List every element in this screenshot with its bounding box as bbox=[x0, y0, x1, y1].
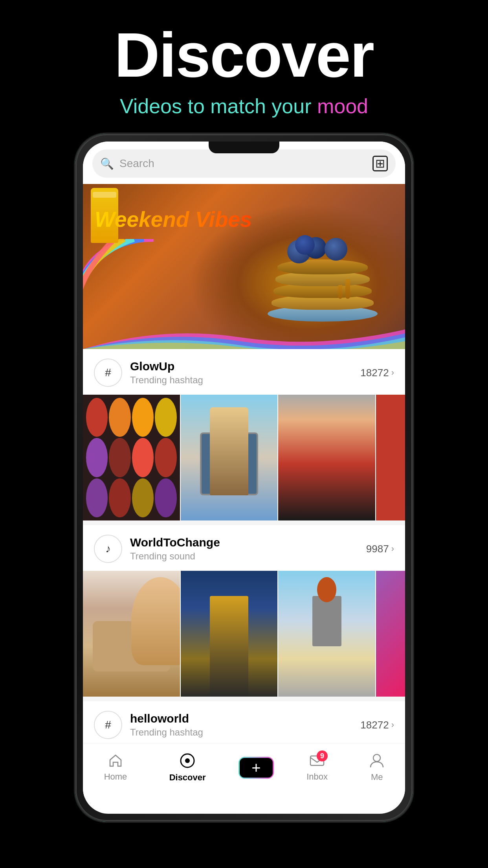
phone-screen: 🔍 Search ⊞ bbox=[83, 142, 405, 814]
discover-icon-wrap bbox=[180, 753, 195, 770]
woman-red-image bbox=[278, 395, 375, 520]
search-input[interactable]: Search bbox=[119, 157, 367, 170]
section-divider-1 bbox=[83, 520, 405, 525]
inbox-badge: 9 bbox=[317, 750, 328, 761]
inbox-label: Inbox bbox=[306, 772, 328, 782]
inbox-icon-wrap: 9 bbox=[310, 754, 325, 769]
home-label: Home bbox=[104, 772, 127, 782]
thumb-basketball[interactable] bbox=[277, 571, 375, 697]
trend-count-value-worldtochange: 9987 bbox=[366, 543, 389, 555]
search-icon: 🔍 bbox=[100, 157, 114, 170]
thumb-urban-youth[interactable] bbox=[180, 571, 278, 697]
discover-icon bbox=[180, 753, 195, 769]
trending-row-worldtochange[interactable]: ♪ WorldToChange Trending sound 9987 › bbox=[83, 525, 405, 571]
top-section: Discover Videos to match your mood bbox=[0, 0, 488, 134]
home-icon bbox=[108, 754, 123, 768]
me-icon-wrap bbox=[370, 753, 384, 770]
bottom-nav: Home Discover + bbox=[83, 743, 405, 798]
page-subtitle: Videos to match your mood bbox=[0, 94, 488, 118]
hashtag-symbol-2: # bbox=[105, 719, 111, 731]
nav-home[interactable]: Home bbox=[95, 750, 137, 785]
banner-text: Weekend Vibes bbox=[95, 208, 252, 232]
trending-row-helloworld[interactable]: # helloworld Trending hashtag 18272 › bbox=[83, 701, 405, 743]
urban-youth-image bbox=[181, 571, 278, 697]
thumb-woman-red[interactable] bbox=[277, 395, 375, 520]
me-icon bbox=[370, 753, 384, 768]
search-bar[interactable]: 🔍 Search ⊞ bbox=[92, 149, 396, 178]
svg-point-1 bbox=[185, 758, 190, 763]
basketball-image bbox=[278, 571, 375, 697]
trending-row-glowup[interactable]: # GlowUp Trending hashtag 18272 › bbox=[83, 349, 405, 395]
hashtag-symbol: # bbox=[105, 366, 111, 379]
trend-type-worldtochange: Trending sound bbox=[130, 551, 358, 562]
nav-inbox[interactable]: 9 Inbox bbox=[297, 750, 337, 785]
trend-name-glowup: GlowUp bbox=[130, 360, 352, 373]
plus-icon: + bbox=[251, 760, 261, 776]
trend-type-helloworld: Trending hashtag bbox=[130, 727, 352, 738]
music-icon-circle: ♪ bbox=[94, 535, 122, 563]
page-title: Discover bbox=[0, 24, 488, 86]
trend-name-worldtochange: WorldToChange bbox=[130, 536, 358, 549]
chevron-right-icon-2: › bbox=[391, 544, 394, 554]
trend-count-value-glowup: 18272 bbox=[360, 367, 389, 379]
banner-image bbox=[264, 192, 382, 333]
section-divider-2 bbox=[83, 697, 405, 701]
trend-type-glowup: Trending hashtag bbox=[130, 375, 352, 386]
hashtag-icon-2: # bbox=[94, 711, 122, 739]
subtitle-text: Videos to match your bbox=[120, 95, 317, 118]
trend-info-glowup: GlowUp Trending hashtag bbox=[130, 360, 352, 386]
cat-sofa-image bbox=[83, 571, 180, 697]
glowup-thumb-grid bbox=[83, 395, 405, 520]
nav-discover[interactable]: Discover bbox=[160, 750, 215, 786]
trend-count-worldtochange: 9987 › bbox=[366, 543, 394, 555]
trend-info-helloworld: helloworld Trending hashtag bbox=[130, 712, 352, 738]
chevron-right-icon: › bbox=[391, 368, 394, 378]
add-button[interactable]: + bbox=[238, 757, 274, 779]
search-bar-container: 🔍 Search ⊞ bbox=[83, 142, 405, 184]
thumb-partial-colorful[interactable] bbox=[375, 571, 405, 697]
woman-phone-image bbox=[181, 395, 278, 520]
nav-me[interactable]: Me bbox=[360, 750, 393, 785]
thumb-cat-sofa[interactable] bbox=[83, 571, 180, 697]
trend-name-helloworld: helloworld bbox=[130, 712, 352, 725]
rainbow-top-left bbox=[83, 239, 154, 318]
eyeshadow-image bbox=[83, 395, 180, 520]
subtitle-mood: mood bbox=[317, 95, 368, 118]
trend-count-value-helloworld: 18272 bbox=[360, 719, 389, 731]
home-icon-wrap bbox=[108, 754, 123, 769]
chevron-right-icon-3: › bbox=[391, 720, 394, 730]
thumb-woman-phone[interactable] bbox=[180, 395, 278, 520]
banner-title: Weekend Vibes bbox=[95, 208, 252, 232]
hashtag-icon: # bbox=[94, 359, 122, 387]
thumb-eyeshadow[interactable] bbox=[83, 395, 180, 520]
banner[interactable]: Weekend Vibes bbox=[83, 184, 405, 349]
me-label: Me bbox=[371, 772, 383, 782]
phone-frame: 🔍 Search ⊞ bbox=[75, 134, 413, 822]
worldtochange-thumb-grid bbox=[83, 571, 405, 697]
trend-count-helloworld: 18272 › bbox=[360, 719, 394, 731]
nav-add[interactable]: + bbox=[238, 757, 274, 779]
svg-point-3 bbox=[373, 754, 380, 761]
colorful-partial-image bbox=[376, 571, 405, 697]
music-note-icon: ♪ bbox=[105, 542, 111, 555]
partial-red-image bbox=[376, 395, 405, 520]
thumb-partial-red[interactable] bbox=[375, 395, 405, 520]
trend-info-worldtochange: WorldToChange Trending sound bbox=[130, 536, 358, 562]
discover-label: Discover bbox=[169, 772, 206, 783]
scan-icon[interactable]: ⊞ bbox=[372, 156, 388, 171]
trend-count-glowup: 18272 › bbox=[360, 367, 394, 379]
